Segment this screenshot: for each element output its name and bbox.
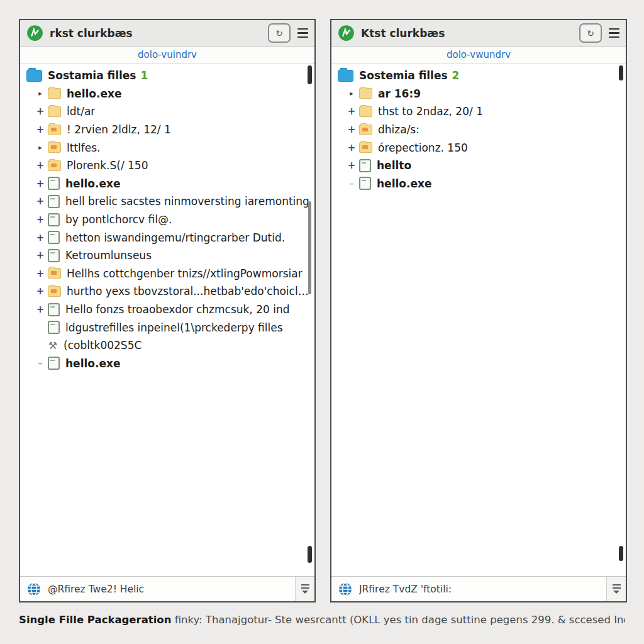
- tree-row[interactable]: +Hellhs cottchgenber tnizs//xtlingPowmor…: [20, 265, 314, 283]
- folder-blue-icon: [26, 70, 42, 82]
- expand-plus-icon[interactable]: +: [345, 160, 358, 171]
- explorer-window-right: Ktst clurkbæs ↻ dolo-vwundrv Sostemia fi…: [330, 19, 627, 602]
- tree-row[interactable]: –hello.exe: [331, 175, 626, 193]
- scrollbar-thumb[interactable]: [619, 546, 623, 561]
- file-icon: [48, 357, 60, 370]
- refresh-button[interactable]: ↻: [268, 23, 291, 43]
- download-link[interactable]: dolo-vuindrv: [138, 49, 197, 60]
- folder-doc-icon: [48, 125, 61, 135]
- folder-yellow-icon: [359, 88, 372, 99]
- collapse-minus-icon[interactable]: –: [34, 358, 47, 369]
- expand-arrow-icon[interactable]: ▸: [34, 143, 47, 152]
- scrollbar-thumb[interactable]: [308, 65, 312, 84]
- file-icon: [48, 231, 60, 244]
- tree-row[interactable]: Sostamia filles1: [20, 67, 314, 85]
- folder-yellow-icon: [359, 106, 372, 117]
- tree-row[interactable]: +dhiza/s:: [331, 121, 626, 139]
- download-link[interactable]: dolo-vwundrv: [447, 49, 511, 60]
- tree-row[interactable]: +thst to 2ndaz, 20/ 1: [331, 103, 626, 121]
- tree-row[interactable]: +Plorenk.S(/ 150: [20, 157, 314, 175]
- tree-row[interactable]: +hell brelic sacstes ninmoversting iarem…: [20, 192, 314, 211]
- refresh-button[interactable]: ↻: [579, 23, 602, 43]
- resize-grip[interactable]: [606, 577, 626, 601]
- tree-item-label: ar 16:9: [378, 87, 421, 100]
- expand-plus-icon[interactable]: +: [34, 214, 47, 225]
- resize-grip[interactable]: [295, 577, 314, 601]
- hamburger-icon: [609, 28, 619, 30]
- tree-row[interactable]: –hello.exe: [20, 355, 314, 373]
- tree-row[interactable]: ⚒(cobltk002S5C: [20, 336, 314, 355]
- tree-item-label: Sostemia filles: [359, 69, 448, 82]
- tree-row[interactable]: +hetton iswandingemu/rtingcrarber Dutid.: [20, 228, 314, 247]
- expand-plus-icon[interactable]: +: [345, 142, 358, 153]
- tree-row[interactable]: +Ketroumlunseus: [20, 247, 314, 265]
- expand-arrow-icon[interactable]: ▸: [34, 89, 47, 97]
- folder-doc-icon: [48, 268, 61, 279]
- file-tree: Sostemia filles2▸ar 16:9+thst to 2ndaz, …: [331, 64, 626, 192]
- tree-row[interactable]: +hurtho yexs tbovzstoral...hetbab'edo'ch…: [20, 282, 314, 301]
- file-icon: [48, 213, 60, 226]
- expand-plus-icon[interactable]: +: [34, 160, 47, 171]
- tree-row[interactable]: ▸lttlfes.: [20, 138, 314, 157]
- scrollbar-thumb[interactable]: [619, 65, 623, 80]
- status-text: JRfirez TvdZ 'ftotili:: [359, 584, 452, 595]
- status-bar: @Rfirez Twe2! Helic: [20, 576, 314, 601]
- tree-item-label: ! 2rvien 2ldlz, 12/ 1: [67, 123, 171, 136]
- tree-row[interactable]: ▸hello.exe: [20, 85, 314, 103]
- app-logo-icon: [338, 25, 355, 42]
- refresh-icon: ↻: [275, 28, 283, 38]
- expand-plus-icon[interactable]: +: [34, 124, 47, 135]
- globe-icon: [26, 582, 42, 597]
- tree-item-label: hetton iswandingemu/rtingcrarber Dutid.: [65, 231, 285, 244]
- window-title: Ktst clurkbæs: [361, 27, 579, 40]
- status-text: @Rfirez Twe2! Helic: [48, 584, 144, 595]
- file-icon: [48, 195, 60, 208]
- item-count-badge: 2: [452, 69, 460, 82]
- folder-doc-icon: [48, 286, 61, 297]
- expand-plus-icon[interactable]: +: [34, 106, 47, 117]
- window-title: rkst clurkbæs: [50, 27, 268, 40]
- tree-row[interactable]: +órepectionz. 150: [331, 138, 626, 157]
- expand-plus-icon[interactable]: +: [34, 250, 47, 261]
- expand-plus-icon[interactable]: +: [34, 286, 47, 297]
- tree-row[interactable]: +by pontlchorcv fil@.: [20, 211, 314, 229]
- chevron-down-icon: [613, 591, 619, 594]
- collapse-minus-icon[interactable]: –: [345, 178, 358, 189]
- expand-plus-icon[interactable]: +: [345, 106, 358, 117]
- tree-row[interactable]: Sostemia filles2: [331, 67, 626, 85]
- screenshot-canvas: rkst clurkbæs ↻ dolo-vuindrv Sostamia fi…: [0, 0, 644, 644]
- tree-row[interactable]: ▸ar 16:9: [331, 85, 626, 103]
- tree-row[interactable]: +! 2rvien 2ldlz, 12/ 1: [20, 121, 314, 139]
- expand-arrow-icon[interactable]: ▸: [345, 89, 358, 97]
- tree-item-label: lttlfes.: [67, 142, 100, 154]
- file-icon: [48, 177, 60, 190]
- item-count-badge: 1: [140, 69, 148, 82]
- expand-plus-icon[interactable]: +: [34, 232, 47, 243]
- folder-doc-icon: [359, 125, 372, 135]
- folder-doc-icon: [359, 142, 372, 153]
- caption-rest-text: finky: Thanajgotur- Ste wesrcantt (OKLL …: [171, 614, 625, 626]
- menu-button[interactable]: [297, 28, 308, 38]
- expand-plus-icon[interactable]: +: [34, 178, 47, 189]
- window-header: rkst clurkbæs ↻: [20, 20, 314, 47]
- expand-plus-icon[interactable]: +: [34, 196, 47, 207]
- tree-row[interactable]: +hellto: [331, 157, 626, 175]
- folder-yellow-icon: [48, 88, 61, 99]
- file-tree: Sostamia filles1▸hello.exe+ldt/ar+! 2rvi…: [20, 64, 314, 372]
- folder-doc-icon: [48, 160, 61, 171]
- menu-button[interactable]: [609, 28, 619, 38]
- window-header: Ktst clurkbæs ↻: [331, 20, 626, 47]
- tree-item-label: hellto: [377, 159, 411, 172]
- tree-item-label: dhiza/s:: [378, 123, 419, 136]
- file-icon: [48, 321, 60, 334]
- tree-row[interactable]: +ldt/ar: [20, 103, 314, 121]
- scrollbar-thumb[interactable]: [308, 201, 311, 294]
- tree-row[interactable]: +hello.exe: [20, 175, 314, 193]
- tree-row[interactable]: ldgustrefilles inpeinel(1\prckederpy fil…: [20, 318, 314, 336]
- expand-plus-icon[interactable]: +: [345, 124, 358, 135]
- tree-item-label: hello.exe: [65, 357, 120, 370]
- tree-row[interactable]: +Hello fonzs troaobexdor chzmcsuk, 20 in…: [20, 301, 314, 319]
- expand-plus-icon[interactable]: +: [34, 268, 47, 279]
- expand-plus-icon[interactable]: +: [34, 304, 47, 315]
- scrollbar-thumb[interactable]: [308, 546, 312, 563]
